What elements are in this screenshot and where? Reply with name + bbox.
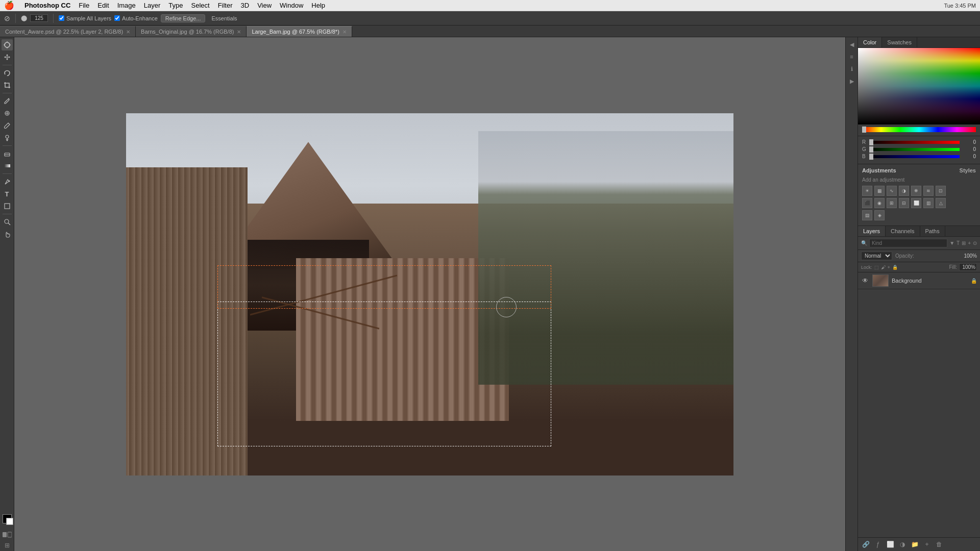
lock-transparent-icon[interactable]: ⬚ (874, 265, 879, 270)
menu-filter[interactable]: Filter (218, 2, 233, 9)
tab-paths[interactable]: Paths (920, 226, 945, 236)
blend-mode-select[interactable]: Normal Multiply Screen Overlay (861, 252, 892, 260)
menu-file[interactable]: File (79, 2, 89, 9)
info-icon[interactable]: ℹ (847, 64, 857, 74)
menu-help[interactable]: Help (311, 2, 325, 9)
adjustment-icons-row1: ☀ ▦ ∿ ◑ ❋ ≋ ⊡ (862, 186, 976, 196)
lock-position-icon[interactable]: + (888, 265, 890, 270)
photo-filter-icon[interactable]: ◉ (874, 198, 885, 208)
bw-adj-icon[interactable]: ⬛ (862, 198, 872, 208)
gradient-tool[interactable] (2, 160, 13, 171)
adjustment-layer-icon[interactable]: ◑ (898, 540, 907, 549)
tab-content-aware[interactable]: Content_Aware.psd @ 22.5% (Layer 2, RGB/… (0, 26, 136, 37)
sample-all-layers-checkbox[interactable] (59, 15, 64, 21)
canvas-area[interactable] (14, 37, 845, 551)
new-layer-bottom-icon[interactable]: + (922, 540, 932, 549)
curves-adj-icon[interactable]: ∿ (887, 186, 897, 196)
colorbalance-adj-icon[interactable]: ⊡ (936, 186, 946, 196)
new-group-bottom-icon[interactable]: 📁 (910, 540, 919, 549)
new-layer-icon[interactable]: + (968, 240, 971, 246)
exposure-adj-icon[interactable]: ◑ (899, 186, 909, 196)
menu-select[interactable]: Select (191, 2, 209, 9)
delete-layer-icon[interactable]: 🗑 (935, 540, 944, 549)
eyedropper-tool[interactable] (2, 95, 13, 107)
crop-tool[interactable] (2, 80, 13, 91)
styles-tab[interactable]: Styles (960, 167, 976, 173)
menu-type[interactable]: Type (168, 2, 183, 9)
layer-on-off-icon[interactable]: ⊙ (973, 240, 977, 246)
vibrance-adj-icon[interactable]: ❋ (911, 186, 921, 196)
invert-icon[interactable]: ⬜ (911, 198, 921, 208)
threshold-icon[interactable]: △ (936, 198, 946, 208)
r-slider[interactable] (869, 141, 960, 144)
menu-photoshop[interactable]: Photoshop CC (24, 2, 70, 9)
color-spectrum[interactable] (858, 48, 980, 124)
filter-type-icon[interactable]: ▼ (949, 240, 954, 246)
tab-layers[interactable]: Layers (858, 226, 886, 236)
selective-color-icon[interactable]: ◈ (874, 210, 885, 220)
close-tab-barns-original[interactable]: ✕ (237, 29, 241, 35)
menu-3d[interactable]: 3D (241, 2, 250, 9)
fill-value[interactable] (959, 263, 977, 271)
zoom-tool[interactable] (2, 216, 13, 228)
menu-layer[interactable]: Layer (144, 2, 161, 9)
hand-tool[interactable] (2, 229, 13, 240)
levels-adj-icon[interactable]: ▦ (874, 186, 885, 196)
link-layers-icon[interactable]: 🔗 (861, 540, 870, 549)
tab-channels[interactable]: Channels (886, 226, 920, 236)
filter-toggle-icon[interactable]: T (957, 240, 960, 246)
layers-panel-tabs: Layers Channels Paths (858, 226, 980, 237)
heal-tool[interactable] (2, 108, 13, 119)
auto-enhance-checkbox[interactable] (114, 15, 120, 21)
posterize-icon[interactable]: ▥ (923, 198, 934, 208)
pen-tool[interactable] (2, 176, 13, 187)
brightness-adj-icon[interactable]: ☀ (862, 186, 872, 196)
b-slider[interactable] (869, 155, 960, 158)
clone-stamp-tool[interactable] (2, 132, 13, 143)
menu-image[interactable]: Image (117, 2, 136, 9)
hsl-adj-icon[interactable]: ≋ (923, 186, 934, 196)
layer-background[interactable]: 👁 Background 🔒 (858, 272, 980, 289)
layers-filter-input[interactable] (869, 239, 947, 247)
play-icon[interactable]: ▶ (847, 76, 857, 86)
gradient-map-icon[interactable]: ▤ (862, 210, 872, 220)
eraser-tool[interactable] (2, 148, 13, 159)
layer-style-icon[interactable]: ƒ (873, 540, 883, 549)
menu-window[interactable]: Window (280, 2, 303, 9)
selection-tool[interactable] (2, 39, 13, 51)
arrange-icon[interactable]: ≡ (847, 52, 857, 62)
screen-mode-toggle[interactable]: ⊞ (5, 542, 10, 549)
lock-image-icon[interactable]: 🖌 (881, 265, 886, 270)
tab-swatches[interactable]: Swatches (882, 37, 917, 47)
tab-large-barn[interactable]: Large_Barn.jpg @ 67.5% (RGB/8*) ✕ (247, 26, 352, 37)
refine-edge-button[interactable]: Refine Edge... (161, 14, 206, 22)
tab-barns-original[interactable]: Barns_Original.jpg @ 16.7% (RGB/8) ✕ (136, 26, 247, 37)
hue-slider[interactable] (862, 127, 976, 132)
new-group-icon[interactable]: ⊞ (962, 240, 966, 246)
close-tab-large-barn[interactable]: ✕ (342, 29, 347, 35)
tab-color[interactable]: Color (858, 37, 882, 47)
close-tab-content-aware[interactable]: ✕ (126, 29, 130, 35)
brush-tool[interactable] (2, 120, 13, 131)
layers-blend-controls: Normal Multiply Screen Overlay Opacity: … (858, 250, 980, 262)
sample-all-layers-label[interactable]: Sample All Layers (59, 15, 111, 21)
quick-mask-toggle[interactable] (2, 531, 13, 539)
g-slider[interactable] (869, 148, 960, 151)
lock-all-icon[interactable]: 🔒 (892, 265, 898, 270)
apple-menu[interactable]: 🍎 (4, 1, 14, 10)
shape-tool[interactable] (2, 201, 13, 212)
collapse-icon[interactable]: ◀ (847, 39, 857, 49)
layer-eye-background[interactable]: 👁 (861, 277, 869, 284)
layer-mask-icon[interactable]: ⬜ (886, 540, 895, 549)
essentials-label[interactable]: Essentials (211, 15, 237, 21)
menu-edit[interactable]: Edit (97, 2, 109, 9)
move-tool[interactable] (2, 52, 13, 63)
brush-size-input[interactable] (30, 14, 48, 22)
lasso-tool[interactable] (2, 67, 13, 79)
type-tool[interactable]: T (2, 188, 13, 199)
channel-mixer-icon[interactable]: ⊞ (887, 198, 897, 208)
auto-enhance-label[interactable]: Auto-Enhance (114, 15, 158, 21)
menu-view[interactable]: View (257, 2, 272, 9)
foreground-color[interactable] (3, 514, 12, 523)
color-lookup-icon[interactable]: ⊟ (899, 198, 909, 208)
